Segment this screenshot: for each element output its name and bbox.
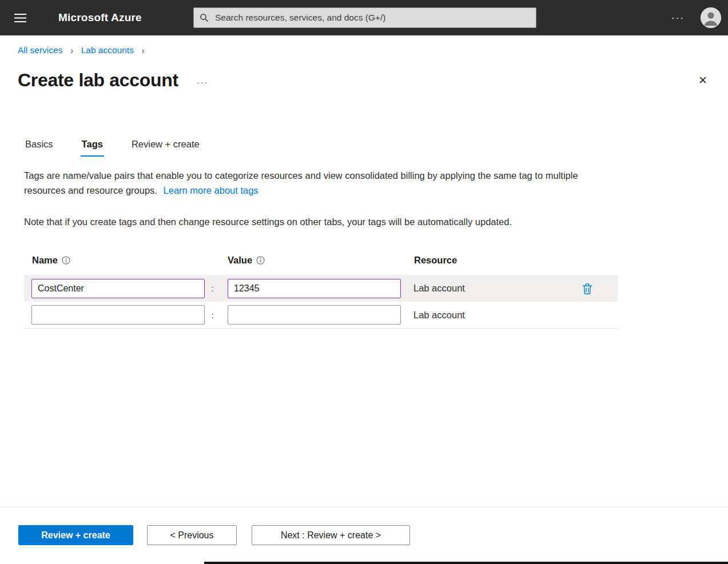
window-edge — [204, 562, 728, 564]
tag-row: : Lab account — [24, 275, 618, 302]
tab-basics[interactable]: Basics — [24, 135, 54, 157]
name-header-label: Name — [32, 255, 58, 266]
topbar: Microsoft Azure ··· — [0, 0, 728, 35]
tag-value-input[interactable] — [228, 305, 401, 325]
chevron-right-icon: › — [141, 45, 145, 56]
hamburger-icon — [14, 14, 26, 22]
learn-more-link[interactable]: Learn more about tags — [164, 185, 258, 195]
tags-table: Name Value Resource — [24, 255, 618, 329]
title-row: Create lab account ··· ✕ — [18, 69, 712, 91]
footer-action-bar: Review + create < Previous Next : Review… — [0, 507, 728, 564]
info-icon[interactable] — [256, 256, 265, 265]
previous-button[interactable]: < Previous — [147, 525, 237, 545]
close-icon[interactable]: ✕ — [694, 73, 712, 88]
topbar-right: ··· — [670, 7, 728, 28]
tag-row: : Lab account — [24, 302, 618, 329]
colon-separator: : — [197, 283, 228, 293]
page-title: Create lab account — [18, 69, 178, 91]
azure-brand[interactable]: Microsoft Azure — [58, 11, 142, 24]
tab-bar: Basics Tags Review + create — [24, 135, 728, 157]
breadcrumb-lab-accounts[interactable]: Lab accounts — [81, 45, 134, 55]
resource-column-header: Resource — [414, 255, 618, 266]
person-icon — [701, 7, 721, 28]
avatar[interactable] — [701, 7, 721, 28]
tag-value-input[interactable] — [228, 279, 401, 298]
tags-description-text: Tags are name/value pairs that enable yo… — [24, 170, 578, 195]
tag-name-input[interactable] — [31, 305, 205, 325]
tag-resource-label: Lab account — [401, 310, 570, 321]
breadcrumb-all-services[interactable]: All services — [18, 45, 62, 55]
tag-resource-label: Lab account — [401, 283, 570, 294]
review-create-button[interactable]: Review + create — [18, 525, 133, 545]
next-button[interactable]: Next : Review + create > — [252, 525, 410, 545]
tab-tags[interactable]: Tags — [81, 135, 104, 157]
page-more-button[interactable]: ··· — [194, 77, 210, 87]
breadcrumb: All services › Lab accounts › — [18, 45, 728, 57]
hamburger-menu-button[interactable] — [14, 14, 26, 22]
delete-tag-button[interactable] — [580, 281, 595, 297]
name-column-header: Name — [24, 255, 228, 266]
search-icon — [200, 13, 209, 22]
tab-review-create[interactable]: Review + create — [130, 135, 201, 157]
value-header-label: Value — [228, 255, 252, 266]
tags-description: Tags are name/value pairs that enable yo… — [24, 168, 607, 198]
topbar-more-button[interactable]: ··· — [670, 13, 686, 23]
tag-name-input[interactable] — [31, 279, 205, 298]
resource-header-label: Resource — [414, 255, 457, 266]
info-icon[interactable] — [62, 256, 70, 265]
search-input[interactable] — [214, 12, 530, 23]
tags-table-header: Name Value Resource — [24, 255, 618, 275]
chevron-right-icon: › — [70, 45, 74, 56]
global-search[interactable] — [193, 7, 536, 28]
trash-icon — [582, 283, 592, 294]
value-column-header: Value — [228, 255, 414, 266]
colon-separator: : — [197, 310, 228, 320]
tags-note: Note that if you create tags and then ch… — [24, 215, 613, 229]
